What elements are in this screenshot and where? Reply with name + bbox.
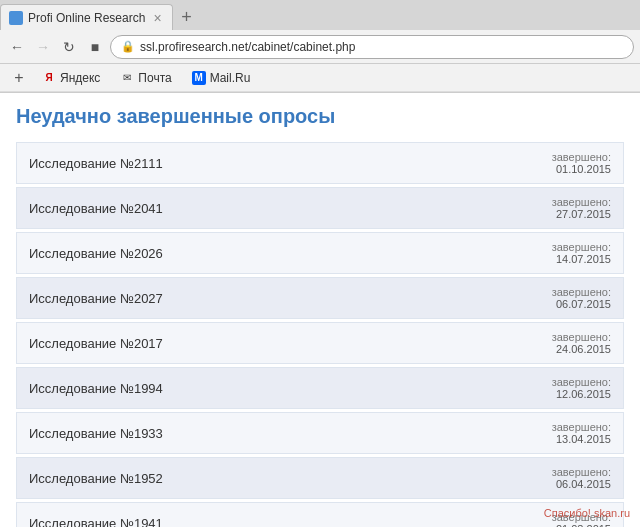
reload-button[interactable]: ↻ <box>58 36 80 58</box>
bookmark-mailru[interactable]: M Mail.Ru <box>184 69 259 87</box>
survey-name: Исследование №1952 <box>29 471 163 486</box>
date-label: завершено: <box>552 331 611 343</box>
date-value: 12.06.2015 <box>552 388 611 400</box>
survey-row[interactable]: Исследование №2017 завершено: 24.06.2015 <box>16 322 624 364</box>
date-value: 24.06.2015 <box>552 343 611 355</box>
date-value: 06.04.2015 <box>552 478 611 490</box>
date-value: 06.07.2015 <box>552 298 611 310</box>
bookmark-pochta[interactable]: ✉ Почта <box>112 69 179 87</box>
bookmark-yandex[interactable]: Я Яндекс <box>34 69 108 87</box>
survey-row[interactable]: Исследование №2027 завершено: 06.07.2015 <box>16 277 624 319</box>
tab-close-button[interactable]: × <box>153 10 161 26</box>
survey-name: Исследование №2111 <box>29 156 163 171</box>
bookmarks-bar: + Я Яндекс ✉ Почта M Mail.Ru <box>0 64 640 92</box>
date-label: завершено: <box>552 196 611 208</box>
survey-name: Исследование №2041 <box>29 201 163 216</box>
bookmark-yandex-label: Яндекс <box>60 71 100 85</box>
new-tab-button[interactable]: + <box>173 4 201 30</box>
tab-bar: Profi Online Research × + <box>0 0 640 30</box>
date-label: завершено: <box>552 421 611 433</box>
surveys-list: Исследование №2111 завершено: 01.10.2015… <box>16 142 624 527</box>
survey-date: завершено: 27.07.2015 <box>552 196 611 220</box>
survey-name: Исследование №2026 <box>29 246 163 261</box>
survey-row[interactable]: Исследование №1941 завершено: 21.03.2015 <box>16 502 624 527</box>
active-tab[interactable]: Profi Online Research × <box>0 4 173 30</box>
bookmark-pochta-label: Почта <box>138 71 171 85</box>
survey-name: Исследование №1941 <box>29 516 163 528</box>
survey-name: Исследование №1994 <box>29 381 163 396</box>
date-label: завершено: <box>552 466 611 478</box>
nav-bar: ← → ↻ ■ 🔒 ssl.profiresearch.net/cabinet/… <box>0 30 640 64</box>
date-label: завершено: <box>552 151 611 163</box>
tab-label: Profi Online Research <box>28 11 145 25</box>
date-value: 27.07.2015 <box>552 208 611 220</box>
date-value: 13.04.2015 <box>552 433 611 445</box>
survey-row[interactable]: Исследование №2111 завершено: 01.10.2015 <box>16 142 624 184</box>
add-bookmark-button[interactable]: + <box>8 67 30 89</box>
date-label: завершено: <box>552 286 611 298</box>
survey-date: завершено: 24.06.2015 <box>552 331 611 355</box>
survey-name: Исследование №2017 <box>29 336 163 351</box>
survey-date: завершено: 12.06.2015 <box>552 376 611 400</box>
address-bar[interactable]: 🔒 ssl.profiresearch.net/cabinet/cabinet.… <box>110 35 634 59</box>
yandex-favicon: Я <box>42 71 56 85</box>
survey-row[interactable]: Исследование №1952 завершено: 06.04.2015 <box>16 457 624 499</box>
date-label: завершено: <box>552 511 611 523</box>
survey-name: Исследование №1933 <box>29 426 163 441</box>
mailru-favicon: M <box>192 71 206 85</box>
bookmark-mailru-label: Mail.Ru <box>210 71 251 85</box>
page-title: Неудачно завершенные опросы <box>16 105 624 128</box>
home-button[interactable]: ■ <box>84 36 106 58</box>
survey-date: завершено: 01.10.2015 <box>552 151 611 175</box>
page-content: Неудачно завершенные опросы Исследование… <box>0 93 640 527</box>
survey-date: завершено: 06.04.2015 <box>552 466 611 490</box>
back-button[interactable]: ← <box>6 36 28 58</box>
survey-row[interactable]: Исследование №1933 завершено: 13.04.2015 <box>16 412 624 454</box>
url-text: ssl.profiresearch.net/cabinet/cabinet.ph… <box>140 40 355 54</box>
date-value: 14.07.2015 <box>552 253 611 265</box>
survey-date: завершено: 14.07.2015 <box>552 241 611 265</box>
date-label: завершено: <box>552 376 611 388</box>
tab-favicon <box>9 11 23 25</box>
survey-date: завершено: 21.03.2015 <box>552 511 611 527</box>
date-value: 21.03.2015 <box>552 523 611 527</box>
survey-row[interactable]: Исследование №2026 завершено: 14.07.2015 <box>16 232 624 274</box>
ssl-lock-icon: 🔒 <box>121 40 135 53</box>
pochta-favicon: ✉ <box>120 71 134 85</box>
survey-date: завершено: 13.04.2015 <box>552 421 611 445</box>
survey-date: завершено: 06.07.2015 <box>552 286 611 310</box>
survey-name: Исследование №2027 <box>29 291 163 306</box>
date-label: завершено: <box>552 241 611 253</box>
survey-row[interactable]: Исследование №1994 завершено: 12.06.2015 <box>16 367 624 409</box>
date-value: 01.10.2015 <box>552 163 611 175</box>
forward-button[interactable]: → <box>32 36 54 58</box>
browser-chrome: Profi Online Research × + ← → ↻ ■ 🔒 ssl.… <box>0 0 640 93</box>
survey-row[interactable]: Исследование №2041 завершено: 27.07.2015 <box>16 187 624 229</box>
